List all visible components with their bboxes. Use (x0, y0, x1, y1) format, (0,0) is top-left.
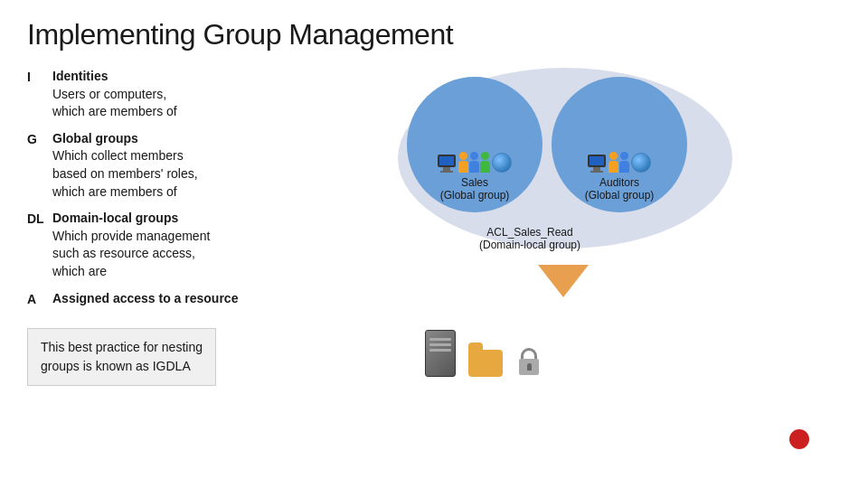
list-label-a: A (27, 290, 52, 309)
person-3 (480, 152, 490, 173)
slide: Implementing Group Management I Identiti… (0, 0, 868, 488)
lock-icon (519, 348, 539, 375)
lock-shackle (521, 348, 537, 359)
list-content-assigned: Assigned access to a resource (52, 290, 238, 309)
computer-icon-2 (588, 155, 606, 173)
list-item-domain: DL Domain-local groups Which provide man… (27, 210, 362, 280)
list-content-domain: Domain-local groups Which provide manage… (52, 210, 210, 280)
list-heading-identities: Identities (52, 69, 108, 83)
list-detail-domain: Which provide managementsuch as resource… (52, 229, 210, 278)
body-2 (469, 161, 479, 173)
right-panel: Sales (Global group) (380, 68, 841, 465)
list-content-identities: Identities Users or computers,which are … (52, 68, 177, 121)
auditors-people (609, 152, 629, 173)
arrow-down-icon (538, 265, 589, 297)
left-panel: I Identities Users or computers,which ar… (27, 68, 362, 465)
head-5 (620, 152, 628, 160)
list-label-g: G (27, 130, 52, 201)
body-5 (619, 161, 629, 173)
head-2 (470, 152, 478, 160)
list-label-dl: DL (27, 210, 52, 280)
record-button[interactable] (789, 429, 809, 449)
slide-title: Implementing Group Management (27, 18, 841, 52)
head-3 (481, 152, 489, 160)
body-3 (480, 161, 490, 173)
person-4 (609, 152, 618, 173)
list-heading-global: Global groups (52, 131, 138, 145)
list-item-identities: I Identities Users or computers,which ar… (27, 68, 362, 121)
lock-body (519, 359, 539, 375)
sales-circle: Sales (Global group) (407, 77, 542, 212)
sales-people (458, 152, 490, 173)
person-1 (458, 152, 468, 173)
list-heading-assigned: Assigned access to a resource (52, 291, 238, 305)
body-1 (458, 161, 468, 173)
content-area: I Identities Users or computers,which ar… (27, 68, 841, 465)
monitor-2 (588, 155, 606, 167)
list-item-assigned: A Assigned access to a resource (27, 290, 362, 309)
computer-icon (438, 155, 456, 173)
body-4 (609, 161, 618, 173)
list-heading-domain: Domain-local groups (52, 211, 178, 225)
globe-icon-auditors (631, 153, 651, 173)
person-5 (619, 152, 629, 173)
list-content-global: Global groups Which collect membersbased… (52, 130, 198, 201)
auditors-circle: Auditors (Global group) (552, 77, 687, 212)
auditors-icons (588, 152, 651, 173)
server-tower-icon (425, 330, 456, 377)
monitor-base (440, 171, 453, 173)
list-detail-global: Which collect membersbased on members' r… (52, 148, 198, 198)
sales-label: Sales (Global group) (440, 176, 510, 202)
sales-icons (438, 152, 512, 173)
globe-icon-sales (492, 153, 512, 173)
list-label-i: I (27, 68, 52, 121)
folder-container (468, 350, 503, 377)
person-2 (469, 152, 479, 173)
monitor-base-2 (590, 171, 603, 173)
info-box: This best practice for nestinggroups is … (27, 328, 216, 386)
lock-keyhole (527, 363, 532, 371)
auditors-label: Auditors (Global group) (585, 176, 655, 202)
folder-icon (468, 350, 503, 377)
acl-label: ACL_Sales_Read (Domain-local group) (479, 226, 580, 251)
head-1 (459, 152, 467, 160)
resource-area (425, 330, 539, 377)
info-box-text: This best practice for nestinggroups is … (41, 340, 203, 373)
list-item-global: G Global groups Which collect membersbas… (27, 130, 362, 201)
head-4 (609, 152, 618, 160)
monitor (438, 155, 456, 167)
list-detail-identities: Users or computers,which are members of (52, 87, 177, 119)
